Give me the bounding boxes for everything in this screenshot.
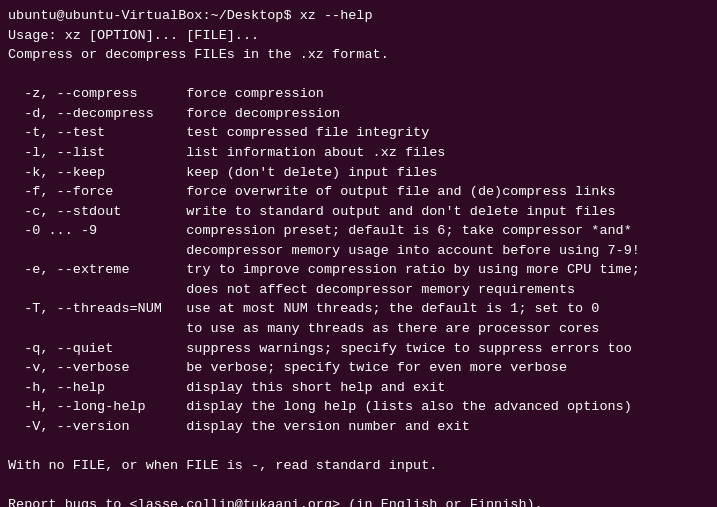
terminal-line-20: -H, --long-help display the long help (l…: [8, 399, 632, 414]
terminal-line-13: -e, --extreme try to improve compression…: [8, 262, 640, 277]
terminal-line-0: ubuntu@ubuntu-VirtualBox:~/Desktop$ xz -…: [8, 8, 373, 23]
terminal-line-1: Usage: xz [OPTION]... [FILE]...: [8, 28, 259, 43]
terminal-window[interactable]: ubuntu@ubuntu-VirtualBox:~/Desktop$ xz -…: [0, 0, 717, 507]
terminal-line-23: With no FILE, or when FILE is -, read st…: [8, 458, 437, 473]
terminal-line-6: -t, --test test compressed file integrit…: [8, 125, 429, 140]
terminal-line-2: Compress or decompress FILEs in the .xz …: [8, 47, 389, 62]
terminal-line-15: -T, --threads=NUM use at most NUM thread…: [8, 301, 599, 316]
terminal-line-4: -z, --compress force compression: [8, 86, 324, 101]
terminal-line-11: -0 ... -9 compression preset; default is…: [8, 223, 632, 238]
terminal-line-19: -h, --help display this short help and e…: [8, 380, 445, 395]
terminal-line-10: -c, --stdout write to standard output an…: [8, 204, 616, 219]
terminal-line-21: -V, --version display the version number…: [8, 419, 470, 434]
terminal-line-17: -q, --quiet suppress warnings; specify t…: [8, 341, 632, 356]
terminal-line-9: -f, --force force overwrite of output fi…: [8, 184, 616, 199]
terminal-line-14: does not affect decompressor memory requ…: [8, 282, 575, 297]
terminal-line-25: Report bugs to <lasse.collin@tukaani.org…: [8, 497, 543, 507]
terminal-line-8: -k, --keep keep (don't delete) input fil…: [8, 165, 437, 180]
terminal-line-16: to use as many threads as there are proc…: [8, 321, 599, 336]
terminal-line-18: -v, --verbose be verbose; specify twice …: [8, 360, 567, 375]
terminal-line-12: decompressor memory usage into account b…: [8, 243, 640, 258]
terminal-line-7: -l, --list list information about .xz fi…: [8, 145, 445, 160]
terminal-line-5: -d, --decompress force decompression: [8, 106, 340, 121]
